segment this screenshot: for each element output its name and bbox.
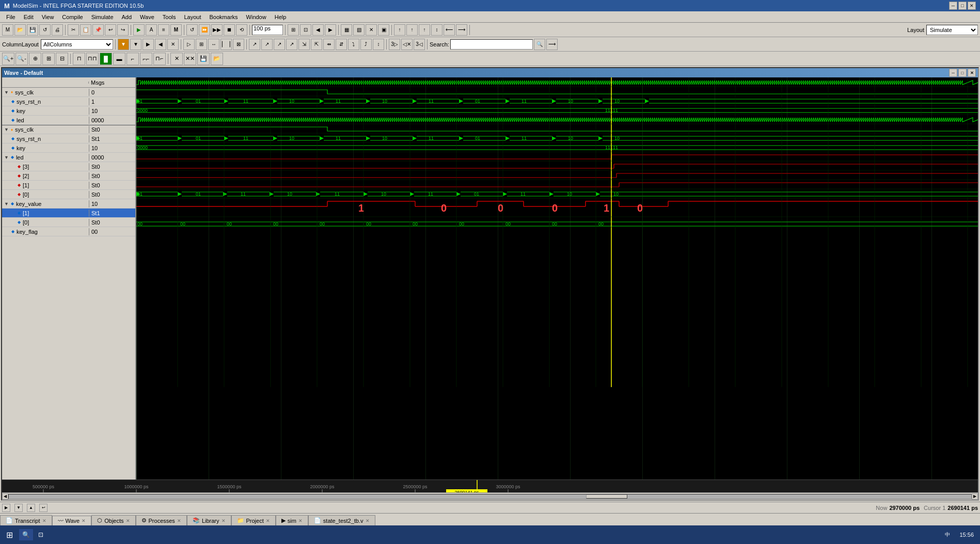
layout-select[interactable]: Simulate	[926, 25, 978, 35]
menu-item-bookmarks[interactable]: Bookmarks	[206, 13, 242, 21]
cursor-btn2[interactable]: ⊞	[196, 39, 207, 50]
signal-row-sys-clk-2[interactable]: ▼ ♦ sys_clk St0	[2, 125, 135, 134]
search-btn[interactable]: 🔍	[534, 39, 545, 50]
wave-zoom-out[interactable]: ⊡	[300, 24, 311, 36]
hscroll-left-btn[interactable]: ◀	[2, 493, 8, 500]
menu-item-window[interactable]: Window	[242, 13, 271, 21]
signal-row-led-2b[interactable]: ◆ [2] St0	[2, 171, 135, 181]
cursor-del2[interactable]: ✕✕	[184, 53, 196, 65]
tab-wave[interactable]: 〰 Wave ✕	[52, 516, 92, 526]
undo-button[interactable]: ↩	[105, 24, 116, 36]
wave-shape3[interactable]: █	[100, 53, 112, 65]
tab-close-sim[interactable]: ✕	[298, 518, 303, 523]
close-button[interactable]: ✕	[968, 2, 976, 10]
compile-button[interactable]: A	[146, 24, 157, 36]
refresh-button[interactable]: ↺	[39, 24, 51, 36]
wave-add-btn9[interactable]: ⤵	[348, 39, 359, 50]
wave-add-btn2[interactable]: ↗	[261, 39, 273, 50]
wave-add-btn8[interactable]: ⇵	[336, 39, 347, 50]
tab-processes[interactable]: ⚙ Processes ✕	[136, 515, 187, 525]
wave-add-btn11[interactable]: ↕	[373, 39, 384, 50]
maximize-button[interactable]: □	[958, 2, 967, 10]
tab-close-library[interactable]: ✕	[222, 518, 226, 523]
hscroll-right-btn[interactable]: ▶	[972, 493, 978, 500]
wave-maximize-btn[interactable]: □	[958, 69, 967, 77]
run-button[interactable]: ▶	[133, 24, 145, 36]
wave-misc3[interactable]: 3◁	[414, 39, 425, 50]
wave-tb-btn3[interactable]: ▶	[143, 39, 154, 50]
wave-shape2[interactable]: ⊓⊓	[86, 53, 99, 65]
menu-item-tools[interactable]: Tools	[159, 13, 180, 21]
save-button[interactable]: 💾	[27, 24, 38, 36]
tab-close-wave[interactable]: ✕	[82, 518, 86, 523]
menu-item-view[interactable]: View	[38, 13, 58, 21]
wave-minimize-btn[interactable]: ─	[949, 69, 957, 77]
sim-btn4[interactable]: ↕	[431, 24, 442, 36]
signal-row-key-value[interactable]: ▼ ◆ key_value 10	[2, 199, 135, 209]
wave-btn-extra2[interactable]: ▧	[353, 24, 365, 36]
redo-button[interactable]: ↪	[117, 24, 129, 36]
wave-misc1[interactable]: 3▷	[389, 39, 400, 50]
signal-row-kv-1[interactable]: ◆ [1] St1	[2, 209, 135, 218]
status-btn4[interactable]: ↩	[39, 504, 48, 512]
expand-icon-8[interactable]: ▼	[4, 155, 9, 160]
time-input[interactable]: 100 ps	[252, 25, 283, 35]
wave-add-btn3[interactable]: ↗	[274, 39, 285, 50]
run-all-button[interactable]: ⏩	[199, 24, 210, 36]
status-expand-btn[interactable]: ▶	[2, 504, 10, 512]
status-btn3[interactable]: ▲	[27, 504, 35, 512]
zoom-in-btn[interactable]: 🔍+	[2, 53, 14, 65]
modelsim-button[interactable]: M	[170, 24, 182, 36]
menu-item-layout[interactable]: Layout	[180, 13, 206, 21]
signal-row-kv-0[interactable]: ◆ [0] St0	[2, 218, 135, 227]
stop-button[interactable]: ⏹	[224, 24, 235, 36]
cursor-load[interactable]: 📂	[211, 53, 223, 65]
hscroll-bar[interactable]: ◀ ▶	[2, 492, 978, 500]
signal-row-key-2[interactable]: ◆ key 10	[2, 143, 135, 153]
sim-btn6[interactable]: ⟶	[456, 24, 467, 36]
wave-btn-extra1[interactable]: ▦	[341, 24, 352, 36]
zoom-reset-btn[interactable]: ⊟	[56, 53, 68, 65]
cursor-btn1[interactable]: ▷	[183, 39, 195, 50]
signal-row-led-1[interactable]: ◆ led 0000	[2, 116, 135, 125]
wave-shape7[interactable]: ⊓⌐	[153, 53, 166, 65]
column-layout-select[interactable]: AllColumns	[41, 39, 113, 50]
expand-icon-13[interactable]: ▼	[4, 201, 9, 206]
print-button[interactable]: 🖨	[52, 24, 63, 36]
menu-item-simulate[interactable]: Simulate	[87, 13, 118, 21]
signal-row-sys-rst-n-2[interactable]: ◆ sys_rst_n St1	[2, 134, 135, 143]
tab-objects[interactable]: ⬡ Objects ✕	[91, 515, 135, 525]
hscroll-thumb[interactable]	[586, 494, 627, 499]
tab-transcript[interactable]: 📄 Transcript ✕	[0, 515, 52, 525]
signal-row-sys-rst-n-1[interactable]: ◆ sys_rst_n 1	[2, 97, 135, 106]
zoom-full-btn[interactable]: ⊞	[42, 53, 55, 65]
sim-btn3[interactable]: ↑	[419, 24, 430, 36]
menu-item-add[interactable]: Add	[118, 13, 136, 21]
wave-misc2[interactable]: ◁✕	[401, 39, 413, 50]
copy-button[interactable]: 📋	[80, 24, 91, 36]
signal-row-led-3[interactable]: ◆ [3] St0	[2, 162, 135, 171]
wave-scroll-right[interactable]: ▶	[325, 24, 336, 36]
wave-add-btn4[interactable]: ↗	[286, 39, 297, 50]
hscroll-track[interactable]	[8, 494, 972, 499]
menu-item-help[interactable]: Help	[271, 13, 291, 21]
wave-shape1[interactable]: ⊓	[73, 53, 85, 65]
wave-shape4[interactable]: ▬	[113, 53, 125, 65]
sim-btn5[interactable]: ⟵	[444, 24, 455, 36]
search-input[interactable]	[450, 39, 533, 50]
cursor-del1[interactable]: ✕	[170, 53, 183, 65]
new-button[interactable]: M	[2, 24, 13, 36]
wave-add-btn7[interactable]: ⇴	[323, 39, 335, 50]
tab-close-project[interactable]: ✕	[266, 518, 270, 523]
search-next[interactable]: ⟶	[546, 39, 558, 50]
signal-row-key-flag[interactable]: ◆ key_flag 00	[2, 227, 135, 236]
waveform-display[interactable]: 11 01 11 10	[136, 77, 978, 479]
wave-tb-btn1[interactable]: ▼	[118, 39, 129, 50]
step-button[interactable]: ⟲	[236, 24, 247, 36]
tab-close-processes[interactable]: ✕	[177, 518, 181, 523]
tab-project[interactable]: 📁 Project ✕	[231, 515, 276, 525]
menu-item-file[interactable]: File	[2, 13, 20, 21]
grid-button[interactable]: ≡	[158, 24, 169, 36]
expand-icon-5[interactable]: ▼	[4, 127, 9, 132]
open-button[interactable]: 📂	[14, 24, 26, 36]
